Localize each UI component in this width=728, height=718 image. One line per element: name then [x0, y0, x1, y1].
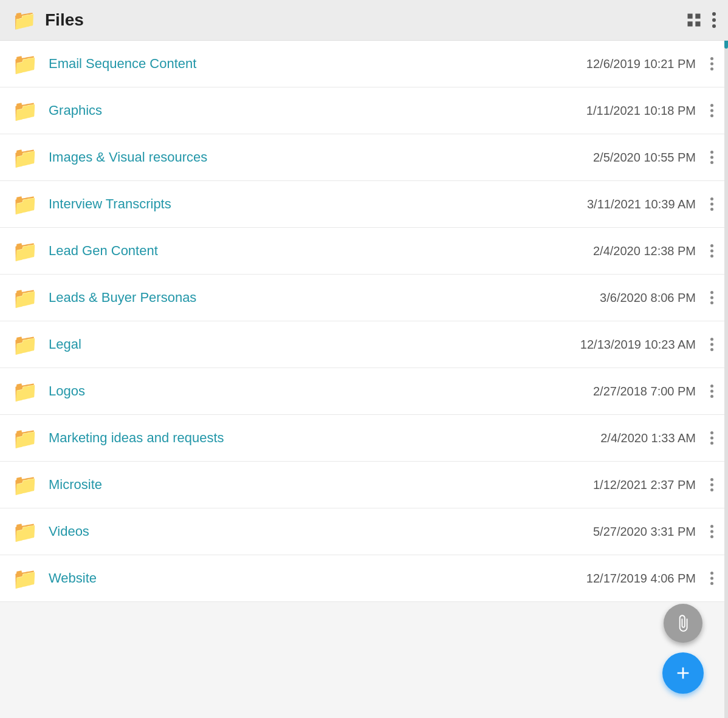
svg-point-24: [710, 301, 713, 304]
file-row[interactable]: 📁 Legal 12/13/2019 10:23 AM: [0, 321, 728, 368]
header-actions: [685, 12, 716, 29]
row-more-button[interactable]: [708, 382, 716, 400]
svg-point-35: [710, 484, 713, 487]
svg-point-6: [712, 24, 716, 28]
file-row[interactable]: 📁 Interview Transcripts 3/11/2021 10:39 …: [0, 181, 728, 228]
svg-point-41: [710, 577, 713, 580]
file-date: 1/12/2021 2:37 PM: [593, 478, 696, 492]
file-name: Graphics: [49, 103, 586, 118]
svg-point-27: [710, 348, 713, 351]
header-folder-icon: 📁: [12, 9, 36, 32]
svg-point-33: [710, 442, 713, 445]
row-more-button[interactable]: [708, 569, 716, 587]
row-more-button[interactable]: [708, 335, 716, 354]
svg-point-21: [710, 255, 713, 258]
svg-point-32: [710, 437, 713, 440]
attach-button[interactable]: [664, 604, 702, 643]
svg-point-22: [710, 291, 713, 294]
file-name: Marketing ideas and requests: [49, 430, 600, 446]
folder-icon: 📁: [12, 519, 38, 544]
file-name: Videos: [49, 524, 593, 539]
svg-point-39: [710, 535, 713, 538]
file-date: 1/11/2021 10:18 PM: [586, 104, 696, 118]
file-row[interactable]: 📁 Marketing ideas and requests 2/4/2020 …: [0, 415, 728, 462]
file-name: Logos: [49, 383, 593, 399]
svg-point-42: [710, 582, 713, 585]
svg-point-5: [712, 18, 716, 22]
header-more-button[interactable]: [712, 12, 716, 28]
file-name: Interview Transcripts: [49, 196, 587, 212]
svg-point-28: [710, 385, 713, 388]
file-date: 3/6/2020 8:06 PM: [600, 291, 696, 305]
svg-point-16: [710, 197, 713, 200]
svg-point-13: [710, 151, 713, 154]
svg-point-34: [710, 478, 713, 481]
svg-rect-0: [688, 14, 693, 19]
row-more-button[interactable]: [708, 476, 716, 494]
svg-point-30: [710, 395, 713, 398]
row-more-button[interactable]: [708, 522, 716, 541]
file-list: 📁 Email Sequence Content 12/6/2019 10:21…: [0, 41, 728, 602]
file-date: 2/4/2020 1:33 AM: [600, 431, 696, 445]
file-date: 2/4/2020 12:38 PM: [593, 244, 696, 258]
scrollbar-track[interactable]: [724, 0, 728, 718]
grid-view-button[interactable]: [685, 12, 702, 29]
folder-icon: 📁: [12, 285, 38, 310]
file-row[interactable]: 📁 Videos 5/27/2020 3:31 PM: [0, 508, 728, 555]
svg-point-7: [710, 57, 713, 60]
svg-rect-2: [688, 21, 693, 26]
file-name: Leads & Buyer Personas: [49, 290, 600, 306]
svg-point-19: [710, 244, 713, 247]
file-name: Lead Gen Content: [49, 243, 593, 259]
svg-point-12: [710, 114, 713, 117]
svg-point-18: [710, 208, 713, 211]
file-row[interactable]: 📁 Website 12/17/2019 4:06 PM: [0, 555, 728, 602]
folder-icon: 📁: [12, 566, 38, 590]
row-more-button[interactable]: [708, 148, 716, 166]
folder-icon: 📁: [12, 379, 38, 403]
folder-icon: 📁: [12, 332, 38, 357]
file-name: Website: [49, 570, 586, 586]
add-button[interactable]: [662, 652, 704, 694]
file-name: Email Sequence Content: [49, 56, 586, 72]
file-date: 3/11/2021 10:39 AM: [587, 197, 696, 211]
file-row[interactable]: 📁 Graphics 1/11/2021 10:18 PM: [0, 87, 728, 134]
file-row[interactable]: 📁 Email Sequence Content 12/6/2019 10:21…: [0, 41, 728, 87]
file-name: Legal: [49, 337, 580, 352]
file-name: Microsite: [49, 477, 593, 493]
file-name: Images & Visual resources: [49, 149, 593, 165]
file-row[interactable]: 📁 Microsite 1/12/2021 2:37 PM: [0, 462, 728, 508]
svg-point-38: [710, 530, 713, 533]
svg-point-31: [710, 431, 713, 434]
svg-point-8: [710, 63, 713, 66]
svg-point-37: [710, 525, 713, 528]
svg-rect-3: [695, 21, 700, 26]
folder-icon: 📁: [12, 192, 38, 216]
svg-point-25: [710, 338, 713, 341]
folder-icon: 📁: [12, 52, 38, 76]
file-row[interactable]: 📁 Lead Gen Content 2/4/2020 12:38 PM: [0, 228, 728, 275]
folder-icon: 📁: [12, 239, 38, 263]
file-date: 2/5/2020 10:55 PM: [593, 151, 696, 165]
file-date: 12/6/2019 10:21 PM: [586, 57, 696, 71]
file-date: 12/13/2019 10:23 AM: [580, 338, 696, 352]
fab-container: [662, 604, 704, 694]
row-more-button[interactable]: [708, 242, 716, 260]
row-more-button[interactable]: [708, 289, 716, 307]
svg-point-11: [710, 109, 713, 112]
svg-point-14: [710, 156, 713, 159]
folder-icon: 📁: [12, 98, 38, 123]
row-more-button[interactable]: [708, 55, 716, 73]
file-date: 12/17/2019 4:06 PM: [586, 572, 696, 586]
file-date: 2/27/2018 7:00 PM: [593, 385, 696, 398]
svg-point-20: [710, 250, 713, 253]
file-row[interactable]: 📁 Leads & Buyer Personas 3/6/2020 8:06 P…: [0, 275, 728, 321]
row-more-button[interactable]: [708, 195, 716, 213]
svg-point-17: [710, 203, 713, 206]
file-row[interactable]: 📁 Images & Visual resources 2/5/2020 10:…: [0, 134, 728, 181]
svg-point-9: [710, 67, 713, 70]
row-more-button[interactable]: [708, 429, 716, 447]
svg-point-10: [710, 104, 713, 107]
row-more-button[interactable]: [708, 101, 716, 120]
file-row[interactable]: 📁 Logos 2/27/2018 7:00 PM: [0, 368, 728, 415]
